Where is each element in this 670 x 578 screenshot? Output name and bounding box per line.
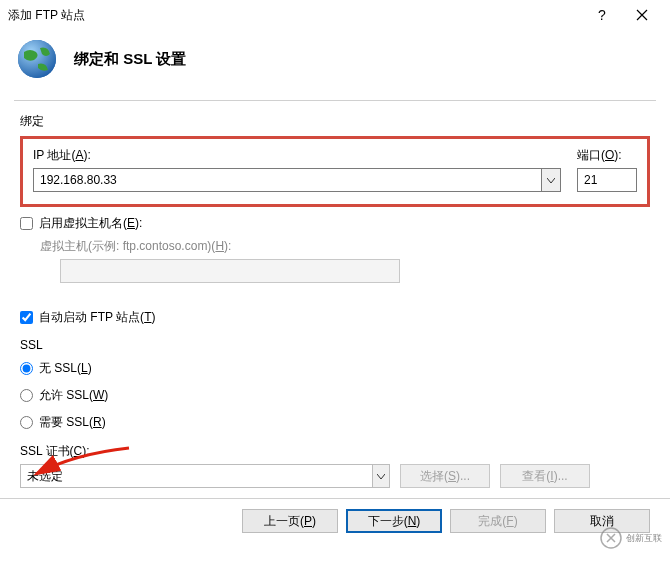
autostart-row: 自动启动 FTP 站点(T): [20, 309, 650, 326]
ssl-require-label: 需要 SSL(R): [39, 414, 106, 431]
close-icon: [636, 9, 648, 21]
ssl-cert-dropdown-button[interactable]: [372, 464, 390, 488]
ssl-none-label: 无 SSL(L): [39, 360, 92, 377]
ssl-allow-row[interactable]: 允许 SSL(W): [20, 387, 650, 404]
ssl-cert-value: 未选定: [20, 464, 372, 488]
finish-button: 完成(F): [450, 509, 546, 533]
vhost-input-disabled: [60, 259, 400, 283]
content: 绑定 IP 地址(A): 端口(O): 启用虚拟主机名(E):: [0, 101, 670, 488]
svg-point-1: [18, 40, 56, 78]
enable-vhost-row: 启用虚拟主机名(E):: [20, 215, 650, 232]
ip-address-label: IP 地址(A):: [33, 147, 561, 164]
ssl-allow-radio[interactable]: [20, 389, 33, 402]
ssl-cert-select[interactable]: 未选定: [20, 464, 390, 488]
globe-icon: [16, 38, 58, 80]
enable-vhost-checkbox[interactable]: [20, 217, 33, 230]
vhost-example-label: 虚拟主机(示例: ftp.contoso.com)(H):: [40, 238, 650, 255]
ssl-require-radio[interactable]: [20, 416, 33, 429]
previous-button[interactable]: 上一页(P): [242, 509, 338, 533]
ssl-cert-label: SSL 证书(C):: [20, 443, 650, 460]
autostart-label: 自动启动 FTP 站点(T): [39, 309, 155, 326]
watermark-icon: [600, 527, 622, 549]
binding-section-label: 绑定: [20, 113, 650, 130]
binding-highlight-box: IP 地址(A): 端口(O):: [20, 136, 650, 207]
enable-vhost-label: 启用虚拟主机名(E):: [39, 215, 142, 232]
port-label: 端口(O):: [577, 147, 637, 164]
ssl-require-row[interactable]: 需要 SSL(R): [20, 414, 650, 431]
ssl-radio-group: 无 SSL(L) 允许 SSL(W) 需要 SSL(R): [20, 360, 650, 431]
wizard-footer: 上一页(P) 下一步(N) 完成(F) 取消: [0, 498, 670, 543]
ip-address-input[interactable]: [33, 168, 541, 192]
chevron-down-icon: [547, 178, 555, 183]
ip-address-combobox[interactable]: [33, 168, 561, 192]
titlebar: 添加 FTP 站点 ?: [0, 0, 670, 30]
ip-dropdown-button[interactable]: [541, 168, 561, 192]
next-button[interactable]: 下一步(N): [346, 509, 442, 533]
ssl-allow-label: 允许 SSL(W): [39, 387, 108, 404]
watermark: 创新互联: [600, 518, 670, 558]
ssl-none-radio[interactable]: [20, 362, 33, 375]
page-title: 绑定和 SSL 设置: [74, 50, 186, 69]
close-button[interactable]: [622, 1, 662, 29]
chevron-down-icon: [377, 474, 385, 479]
ssl-none-row[interactable]: 无 SSL(L): [20, 360, 650, 377]
port-input[interactable]: [577, 168, 637, 192]
window-title: 添加 FTP 站点: [8, 7, 582, 24]
autostart-checkbox[interactable]: [20, 311, 33, 324]
watermark-text: 创新互联: [626, 532, 662, 545]
ssl-section-label: SSL: [20, 338, 650, 352]
select-cert-button: 选择(S)...: [400, 464, 490, 488]
wizard-header: 绑定和 SSL 设置: [0, 30, 670, 100]
view-cert-button: 查看(I)...: [500, 464, 590, 488]
help-button[interactable]: ?: [582, 1, 622, 29]
